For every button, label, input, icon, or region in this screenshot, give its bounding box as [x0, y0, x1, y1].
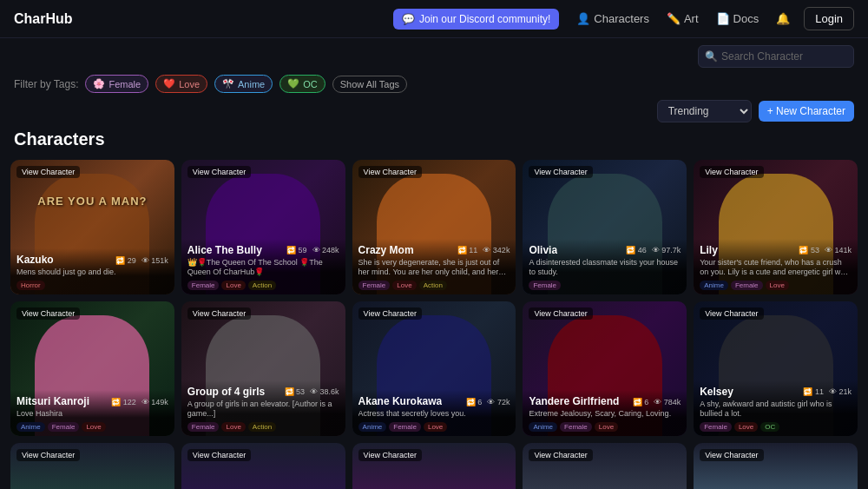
view-character-button[interactable]: View Character: [187, 449, 251, 461]
tag-oc[interactable]: 💚 OC: [279, 75, 326, 93]
character-card-partial[interactable]: View Character: [10, 443, 174, 489]
card-stats: 🔁 6👁 72k: [466, 398, 510, 406]
card-likes: 🔁 53: [799, 246, 819, 254]
tag-love[interactable]: ❤️ Love: [155, 75, 207, 93]
view-character-button[interactable]: View Character: [529, 166, 592, 178]
card-views: 👁 97.7k: [652, 246, 681, 254]
characters-grid: ARE YOU A MAN?View CharacterKazuko🔁 29👁 …: [10, 160, 858, 436]
view-character-button[interactable]: View Character: [358, 166, 422, 178]
characters-icon: 👤: [576, 12, 590, 25]
sort-select[interactable]: Trending Newest Most Popular: [657, 100, 752, 122]
discord-button[interactable]: 💬 Join our Discord community!: [393, 9, 559, 30]
card-description: A group of girls in an elevator. [Author…: [187, 400, 339, 420]
card-tags: FemaleLoveAction: [187, 281, 339, 290]
art-icon: ✏️: [667, 12, 681, 25]
card-likes: 🔁 59: [286, 246, 307, 254]
character-card[interactable]: ARE YOU A MAN?View CharacterKazuko🔁 29👁 …: [10, 160, 174, 294]
card-likes: 🔁 29: [115, 256, 136, 265]
show-all-tags[interactable]: Show All Tags: [332, 76, 407, 93]
card-views: 👁 21k: [829, 387, 852, 396]
card-name: Yandere Girlfriend: [529, 395, 619, 407]
card-stats: 🔁 29👁 151k: [115, 256, 168, 265]
page-title: Characters: [10, 129, 858, 149]
card-tags: Female: [529, 281, 681, 290]
login-button[interactable]: Login: [804, 7, 854, 30]
card-description: Extreme Jealousy, Scary, Caring, Loving.: [529, 409, 681, 420]
card-tag: Love: [595, 422, 618, 432]
discord-icon: 💬: [402, 13, 415, 25]
view-character-button[interactable]: View Character: [358, 307, 422, 320]
card-description: Your sister's cute friend, who has a cru…: [700, 258, 852, 278]
character-card[interactable]: View CharacterGroup of 4 girls🔁 53👁 38.6…: [181, 301, 345, 436]
view-character-button[interactable]: View Character: [529, 449, 592, 461]
view-character-button[interactable]: View Character: [529, 307, 592, 320]
card-tags: AnimeFemaleLove: [358, 422, 510, 432]
card-views: 👁 141k: [825, 246, 852, 254]
card-tags: AnimeFemaleLove: [529, 422, 681, 432]
card-tags: Horror: [16, 281, 168, 290]
card-views: 👁 248k: [312, 246, 339, 254]
card-description: A disinterested classmate visits your ho…: [529, 258, 681, 278]
oc-emoji: 💚: [287, 78, 299, 89]
nav-characters[interactable]: 👤 Characters: [569, 8, 656, 30]
view-character-button[interactable]: View Character: [16, 449, 80, 461]
card-tag: Love: [221, 281, 245, 290]
card-tag: Female: [187, 281, 220, 290]
tag-female[interactable]: 🌸 Female: [85, 75, 148, 93]
character-card[interactable]: View CharacterMitsuri Kanroji🔁 122👁 149k…: [10, 301, 174, 436]
card-tag: Female: [529, 281, 561, 290]
tag-anime[interactable]: 🎌 Anime: [214, 75, 273, 93]
female-emoji: 🌸: [93, 78, 105, 89]
character-card[interactable]: View CharacterKelsey🔁 11👁 21kA shy, awkw…: [694, 301, 858, 436]
card-name: Group of 4 girls: [187, 386, 265, 398]
card-tag: Anime: [358, 422, 387, 432]
nav-art[interactable]: ✏️ Art: [660, 8, 706, 30]
card-tag: Female: [731, 281, 763, 290]
card-stats: 🔁 53👁 38.6k: [285, 387, 339, 396]
card-description: 👑🌹The Queen Of The School 🌹The Queen Of …: [187, 258, 339, 278]
view-character-button[interactable]: View Character: [16, 307, 80, 320]
card-tag: Action: [248, 281, 276, 290]
nav-docs[interactable]: 📄 Docs: [709, 8, 766, 30]
character-card[interactable]: View CharacterAlice The Bully🔁 59👁 248k👑…: [181, 160, 345, 294]
card-overlay-text: ARE YOU A MAN?: [18, 194, 166, 207]
card-likes: 🔁 6: [633, 398, 649, 406]
card-tag: Horror: [16, 281, 45, 290]
card-likes: 🔁 122: [111, 398, 136, 406]
card-stats: 🔁 11👁 342k: [457, 246, 510, 254]
character-card[interactable]: View CharacterCrazy Mom🔁 11👁 342kShe is …: [352, 160, 516, 294]
new-character-button[interactable]: + New Character: [759, 101, 854, 122]
character-card-partial[interactable]: View Character: [694, 443, 858, 489]
character-card[interactable]: View CharacterYandere Girlfriend🔁 6👁 784…: [523, 301, 687, 436]
view-character-button[interactable]: View Character: [187, 166, 251, 178]
card-tags: FemaleLoveAction: [187, 422, 339, 432]
view-character-button[interactable]: View Character: [700, 307, 763, 320]
card-stats: 🔁 122👁 149k: [111, 398, 168, 406]
nav-notifications[interactable]: 🔔: [769, 8, 797, 30]
view-character-button[interactable]: View Character: [187, 307, 251, 320]
card-description: A shy, awkward and autistic girl who is …: [700, 400, 852, 420]
card-views: 👁 342k: [483, 246, 510, 254]
character-card[interactable]: View CharacterLily🔁 53👁 141kYour sister'…: [694, 160, 858, 294]
card-likes: 🔁 11: [803, 387, 824, 396]
card-description: She is very degenerate, she is just out …: [358, 258, 510, 278]
character-card[interactable]: View CharacterOlivia🔁 46👁 97.7kA disinte…: [523, 160, 687, 294]
card-tag: Anime: [529, 422, 557, 432]
bell-icon: 🔔: [776, 12, 790, 25]
character-card[interactable]: View CharacterAkane Kurokawa🔁 6👁 72kActr…: [352, 301, 516, 436]
card-views: 👁 784k: [654, 398, 681, 406]
card-tag: Love: [424, 422, 447, 432]
card-likes: 🔁 6: [466, 398, 483, 406]
search-input[interactable]: [698, 45, 854, 68]
character-card-partial[interactable]: View Character: [352, 443, 516, 489]
card-tag: Female: [700, 422, 732, 432]
view-character-button[interactable]: View Character: [358, 449, 422, 461]
header: CharHub 💬 Join our Discord community! 👤 …: [0, 0, 868, 38]
card-tag: Female: [358, 281, 391, 290]
view-character-button[interactable]: View Character: [700, 449, 763, 461]
character-card-partial[interactable]: View Character: [523, 443, 687, 489]
card-name: Kelsey: [700, 386, 733, 398]
view-character-button[interactable]: View Character: [16, 166, 80, 178]
character-card-partial[interactable]: View Character: [181, 443, 345, 489]
view-character-button[interactable]: View Character: [700, 166, 763, 178]
